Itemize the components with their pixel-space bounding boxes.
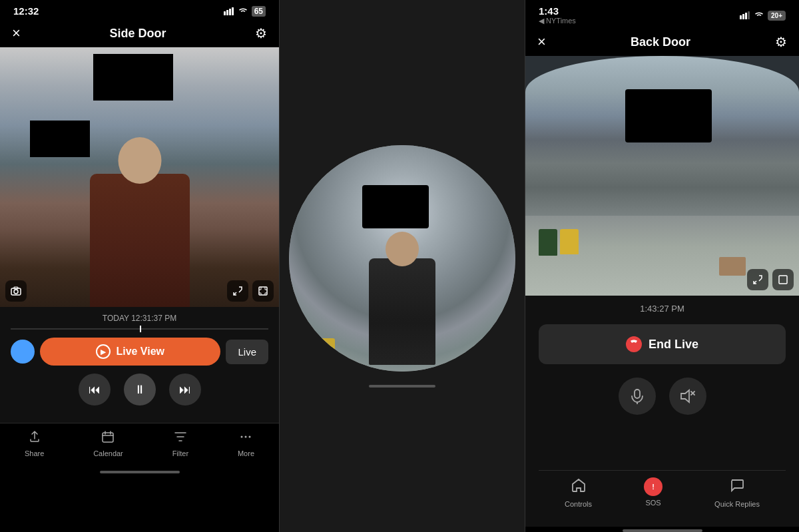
middle-home-indicator [369, 385, 435, 388]
nytimes-back: ◀ NYTimes [539, 17, 576, 25]
fisheye-bg [289, 145, 515, 372]
fisheye-privacy-box [362, 185, 429, 228]
person-head [118, 137, 161, 184]
sos-icon: ! [644, 477, 663, 496]
mic-controls [539, 378, 786, 415]
left-bottom-controls: TODAY 12:31:37 PM ▶ Live View Live ⏮ ⏸ ⏭ [0, 307, 279, 423]
right-wifi-icon [754, 11, 764, 19]
svg-point-11 [249, 436, 251, 438]
left-close-btn[interactable]: × [12, 25, 21, 42]
timestamp: TODAY 12:31:37 PM [11, 314, 268, 323]
playback-controls: ⏮ ⏸ ⏭ [11, 374, 268, 405]
right-phone: 1:43 ◀ NYTimes 20+ × Back Door ⚙ [525, 0, 799, 532]
fisheye-person [369, 258, 435, 365]
svg-rect-7 [259, 287, 267, 295]
chat-icon [729, 477, 745, 497]
svg-rect-13 [742, 14, 744, 19]
live-view-btn[interactable]: ▶ Live View [40, 338, 220, 366]
svg-rect-16 [779, 276, 787, 284]
left-time: 12:32 [13, 5, 39, 17]
right-fullscreen-btn[interactable] [772, 269, 794, 290]
privacy-box-2 [30, 121, 90, 157]
next-btn[interactable]: ⏭ [169, 374, 201, 405]
quick-replies-label: Quick Replies [714, 500, 760, 508]
live-view-label: Live View [116, 346, 164, 358]
filter-label: Filter [172, 449, 188, 457]
wifi-icon [238, 7, 248, 15]
left-status-bar: 12:32 65 [0, 0, 279, 19]
right-settings-btn[interactable]: ⚙ [775, 34, 787, 50]
right-expand-btn[interactable] [747, 269, 768, 290]
svg-rect-2 [229, 9, 231, 15]
pause-btn[interactable]: ⏸ [124, 374, 156, 405]
right-camera-bg [525, 56, 799, 296]
snapshot-btn[interactable] [5, 280, 27, 302]
end-live-label: End Live [649, 338, 698, 352]
right-nav-title: Back Door [631, 35, 690, 49]
left-bottom-nav: Share Calendar Filter [0, 423, 279, 468]
svg-rect-3 [232, 7, 234, 15]
right-camera-overlay [747, 269, 794, 290]
signal-icon [224, 7, 234, 15]
right-nav-bar: × Back Door ⚙ [525, 28, 799, 56]
right-status-icons: 20+ [740, 11, 786, 21]
play-circle-icon: ▶ [96, 344, 111, 359]
share-icon [28, 430, 41, 447]
left-nav-title: Side Door [109, 27, 166, 41]
nav-more[interactable]: More [238, 430, 254, 457]
right-trash-cans [539, 229, 579, 256]
more-label: More [238, 449, 254, 457]
nav-controls[interactable]: Controls [565, 477, 592, 508]
live-btn[interactable]: Live [226, 340, 268, 364]
camera-overlay [5, 280, 274, 302]
svg-point-5 [14, 290, 18, 294]
fisheye-camera [289, 145, 515, 372]
nav-sos[interactable]: ! SOS [644, 477, 663, 508]
left-camera-bg [0, 47, 279, 307]
right-battery: 20+ [768, 11, 786, 21]
right-privacy-box-1 [625, 89, 712, 142]
fullscreen-btn[interactable] [252, 280, 274, 302]
left-phone: 12:32 65 × Side Door ⚙ [0, 0, 280, 532]
calendar-icon [101, 430, 115, 447]
svg-rect-8 [103, 433, 113, 442]
sos-label: SOS [645, 499, 661, 507]
prev-btn[interactable]: ⏮ [79, 374, 111, 405]
middle-panel [280, 0, 525, 532]
right-status-bar: 1:43 ◀ NYTimes 20+ [525, 0, 799, 28]
svg-rect-12 [740, 15, 742, 19]
trash-cans [302, 338, 335, 358]
nav-share[interactable]: Share [25, 430, 44, 457]
svg-point-10 [245, 436, 247, 438]
right-status-left: 1:43 ◀ NYTimes [539, 5, 576, 25]
right-camera-view [525, 56, 799, 296]
timeline-bar[interactable] [11, 328, 268, 330]
blue-indicator [11, 340, 35, 364]
nav-calendar[interactable]: Calendar [93, 430, 123, 457]
left-settings-btn[interactable]: ⚙ [255, 25, 267, 41]
timeline-indicator [140, 326, 141, 332]
svg-rect-14 [745, 13, 747, 19]
package [719, 257, 746, 276]
svg-rect-15 [748, 11, 750, 19]
end-live-btn[interactable]: End Live [539, 324, 786, 364]
nav-filter[interactable]: Filter [172, 430, 188, 457]
filter-icon [174, 430, 187, 447]
nav-quick-replies[interactable]: Quick Replies [714, 477, 760, 508]
right-time: 1:43 [539, 5, 559, 17]
svg-point-9 [241, 436, 243, 438]
more-icon [239, 430, 252, 447]
left-status-icons: 65 [224, 6, 266, 17]
live-label: Live [238, 346, 256, 358]
speaker-btn[interactable] [669, 378, 706, 415]
right-timestamp: 1:43:27 PM [539, 304, 786, 314]
right-controls: 1:43:27 PM End Live [525, 296, 799, 527]
overlay-right-btns [227, 280, 274, 302]
right-bottom-nav: Controls ! SOS Quick Replies [539, 470, 786, 519]
end-call-icon [626, 336, 642, 352]
right-close-btn[interactable]: × [537, 33, 546, 51]
calendar-label: Calendar [93, 449, 123, 457]
left-home-indicator [100, 471, 180, 473]
microphone-btn[interactable] [619, 378, 656, 415]
expand-btn[interactable] [227, 280, 248, 302]
